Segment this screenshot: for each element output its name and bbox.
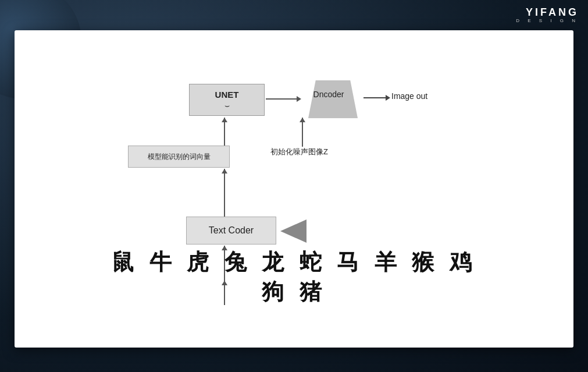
decoder-label: Dncoder — [300, 90, 358, 99]
arrow-below-wordvec — [224, 169, 225, 217]
arrow-noise-to-unet — [302, 118, 303, 147]
diagram: UNET ⌣ Dncoder Image out 模型能识别的词向量 初始化噪声… — [73, 59, 515, 324]
text-coder-box: Text Coder — [186, 217, 276, 245]
text-coder-label: Text Coder — [209, 225, 254, 236]
unet-box: UNET ⌣ — [189, 84, 265, 116]
arrow-wordvec-to-unet — [224, 118, 225, 146]
unet-smile: ⌣ — [224, 101, 230, 111]
slide-card: UNET ⌣ Dncoder Image out 模型能识别的词向量 初始化噪声… — [15, 30, 573, 348]
image-out-label: Image out — [391, 91, 427, 101]
logo-main: YIFANG — [516, 7, 579, 19]
unet-to-decoder-arrow — [266, 98, 298, 100]
logo-sub: D E S I G N — [516, 19, 579, 24]
word-vec-label: 模型能识别的词向量 — [148, 152, 211, 162]
unet-label: UNET — [215, 90, 239, 100]
decoder-to-imageout-arrow — [364, 97, 387, 98]
decoder-shape — [308, 80, 358, 118]
word-vec-box: 模型能识别的词向量 — [128, 146, 230, 168]
logo: YIFANG D E S I G N — [516, 7, 579, 24]
zodiac-text: 鼠 牛 虎 兔 龙 蛇 马 羊 猴 鸡 狗 猪 — [102, 247, 486, 307]
left-arrow-into-text-coder — [280, 219, 307, 243]
noise-label: 初始化噪声图像Z — [270, 147, 328, 157]
